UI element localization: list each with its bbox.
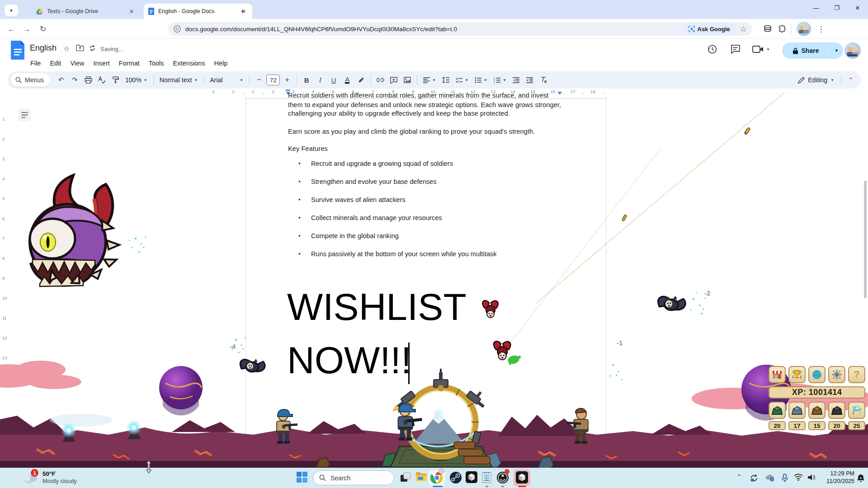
redo-button[interactable]: ↷ bbox=[68, 74, 81, 86]
star-document-icon[interactable]: ☆ bbox=[63, 44, 70, 53]
menu-insert[interactable]: Insert bbox=[90, 59, 114, 70]
resource-brown-mineral[interactable] bbox=[808, 402, 826, 419]
spellcheck-button[interactable] bbox=[95, 74, 108, 86]
tab-google-docs[interactable]: English - Google Docs ✕ bbox=[144, 4, 252, 19]
tab-search-button[interactable]: ▾ bbox=[5, 5, 18, 16]
resource-black-mineral[interactable] bbox=[828, 402, 845, 419]
tab-close-icon[interactable]: ✕ bbox=[127, 7, 136, 15]
tray-onedrive-icon[interactable]: i bbox=[765, 474, 775, 482]
url-bar[interactable]: docs.google.com/document/d/14LL_QNH4V6fq… bbox=[168, 22, 752, 36]
resource-blue-mineral[interactable] bbox=[788, 402, 806, 419]
account-avatar[interactable] bbox=[844, 42, 861, 59]
highlight-button[interactable] bbox=[354, 74, 367, 86]
join-call-button[interactable]: ▼ bbox=[752, 44, 770, 54]
underline-button[interactable]: U bbox=[327, 74, 340, 86]
game-taskbar-button[interactable] bbox=[516, 471, 528, 483]
paint-format-button[interactable] bbox=[109, 74, 122, 86]
align-button[interactable]: ▼ bbox=[420, 74, 439, 86]
extensions-puzzle-icon[interactable] bbox=[776, 23, 788, 35]
decrease-indent-button[interactable] bbox=[510, 74, 523, 86]
editing-mode-select[interactable]: Editing ▼ bbox=[794, 76, 838, 84]
text-color-button[interactable]: A bbox=[341, 74, 354, 86]
font-size-input[interactable]: 72 bbox=[266, 75, 280, 85]
notification-bell-icon[interactable]: z bbox=[856, 474, 865, 483]
insert-link-button[interactable] bbox=[374, 74, 387, 86]
zoom-select[interactable]: 100%▼ bbox=[123, 74, 150, 86]
unity-taskbar-button[interactable] bbox=[466, 471, 477, 483]
window-minimize-button[interactable]: — bbox=[806, 0, 826, 15]
tray-volume-icon[interactable] bbox=[807, 474, 816, 481]
right-indent-marker[interactable] bbox=[557, 92, 562, 95]
comments-icon[interactable] bbox=[730, 43, 741, 55]
hide-menus-button[interactable]: ⌃ bbox=[844, 74, 857, 86]
menu-view[interactable]: View bbox=[66, 59, 88, 70]
increase-font-button[interactable]: + bbox=[281, 74, 293, 86]
share-button[interactable]: Share bbox=[782, 42, 829, 59]
file-explorer-button[interactable] bbox=[415, 471, 428, 482]
menu-file[interactable]: File bbox=[26, 59, 45, 70]
back-button[interactable]: ← bbox=[4, 21, 19, 37]
help-button[interactable]: ? bbox=[848, 366, 865, 383]
clear-formatting-button[interactable] bbox=[537, 74, 550, 86]
trophy-button[interactable] bbox=[788, 366, 806, 383]
taskbar-clock[interactable]: 12:29 PM 11/20/2025 bbox=[819, 470, 854, 485]
resource-green-mineral[interactable] bbox=[769, 402, 786, 419]
bulleted-list-button[interactable]: ▼ bbox=[472, 74, 490, 86]
settings-button[interactable] bbox=[828, 366, 845, 383]
taskbar-search[interactable]: Search bbox=[313, 470, 394, 485]
version-history-icon[interactable] bbox=[706, 43, 718, 55]
increase-indent-button[interactable] bbox=[524, 74, 536, 86]
decrease-font-button[interactable]: − bbox=[253, 74, 265, 86]
document-title[interactable]: English bbox=[30, 43, 57, 53]
shop-button[interactable] bbox=[769, 366, 786, 383]
docs-logo[interactable] bbox=[11, 41, 25, 60]
insert-image-button[interactable] bbox=[401, 74, 414, 86]
line-spacing-button[interactable] bbox=[439, 74, 452, 86]
globe-icon bbox=[811, 369, 822, 380]
notepad-taskbar-button[interactable] bbox=[481, 471, 492, 483]
checklist-button[interactable]: ▼ bbox=[453, 74, 471, 86]
window-close-button[interactable]: ✕ bbox=[847, 0, 868, 15]
font-family-select[interactable]: Arial▼ bbox=[207, 74, 246, 86]
browser-menu-icon[interactable]: ⋮ bbox=[815, 23, 827, 35]
add-comment-button[interactable] bbox=[387, 74, 400, 86]
window-maximize-button[interactable]: ❐ bbox=[826, 0, 847, 15]
reload-button[interactable]: ↻ bbox=[35, 21, 51, 37]
tray-chevron-up[interactable]: ⌃ bbox=[737, 474, 741, 480]
menu-help[interactable]: Help bbox=[210, 59, 232, 70]
task-view-button[interactable] bbox=[400, 471, 411, 483]
document-scrollbar[interactable] bbox=[864, 181, 867, 298]
resource-crystal-flower[interactable] bbox=[848, 402, 865, 419]
menu-edit[interactable]: Edit bbox=[46, 59, 65, 70]
tray-wifi-icon[interactable] bbox=[794, 474, 803, 481]
paragraph-style-select[interactable]: Normal text▼ bbox=[157, 74, 201, 86]
italic-button[interactable]: I bbox=[314, 74, 326, 86]
crystal-glow-sprite bbox=[50, 414, 142, 442]
ask-google-chip[interactable]: Ask Google bbox=[683, 23, 736, 35]
tray-sync-icon[interactable] bbox=[750, 474, 759, 483]
new-tab-button[interactable]: + bbox=[237, 5, 249, 17]
print-button[interactable] bbox=[82, 74, 94, 86]
undo-button[interactable]: ↶ bbox=[55, 74, 67, 86]
tray-microphone-icon[interactable] bbox=[781, 474, 788, 483]
first-line-indent-marker[interactable] bbox=[286, 89, 290, 91]
section-heading: Key Features bbox=[288, 145, 328, 152]
steam-taskbar-button[interactable] bbox=[449, 471, 462, 484]
globe-button[interactable] bbox=[808, 366, 826, 383]
toolbar-menus-search[interactable]: Menus bbox=[11, 73, 50, 87]
extension-stack-icon[interactable] bbox=[761, 23, 774, 35]
document-tabs-button[interactable] bbox=[18, 108, 31, 121]
pink-clouds bbox=[0, 361, 868, 470]
bold-button[interactable]: B bbox=[300, 74, 313, 86]
menu-tools[interactable]: Tools bbox=[145, 59, 168, 70]
menu-extensions[interactable]: Extensions bbox=[169, 59, 209, 70]
browser-profile-avatar[interactable] bbox=[797, 22, 811, 36]
numbered-list-button[interactable]: 123 ▼ bbox=[491, 74, 509, 86]
forward-button[interactable]: → bbox=[19, 21, 34, 37]
menu-format[interactable]: Format bbox=[115, 59, 144, 70]
search-placeholder: Search bbox=[330, 474, 350, 482]
bookmark-star-icon[interactable]: ☆ bbox=[740, 24, 747, 34]
start-button[interactable] bbox=[296, 471, 308, 483]
tab-google-drive[interactable]: Texts - Google Drive ✕ bbox=[32, 4, 140, 19]
move-folder-icon[interactable] bbox=[76, 44, 84, 52]
